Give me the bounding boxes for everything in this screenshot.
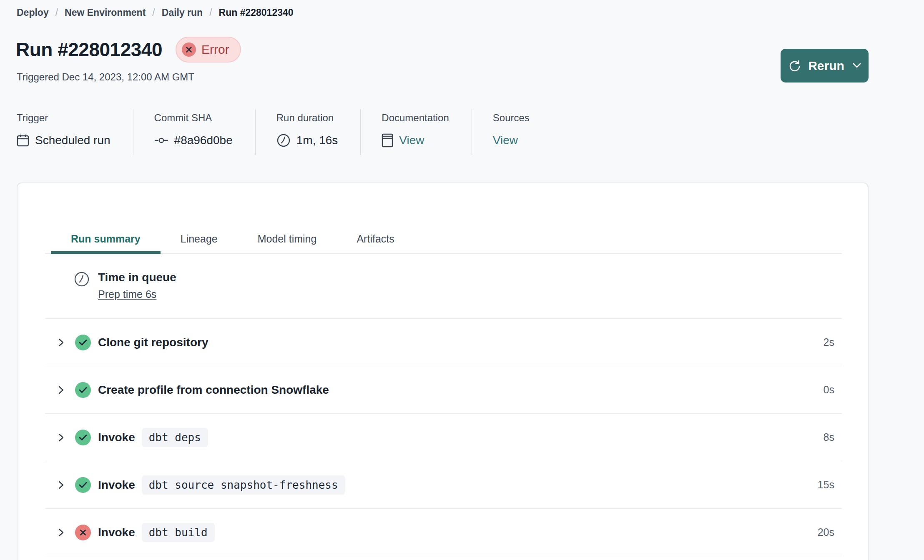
breadcrumb-deploy[interactable]: Deploy	[17, 7, 49, 18]
tab-run-summary[interactable]: Run summary	[51, 232, 161, 253]
meta-duration-value: 1m, 16s	[296, 132, 338, 148]
status-badge: Error	[176, 37, 241, 62]
docs-icon	[382, 133, 393, 148]
chevron-right-icon[interactable]	[56, 385, 65, 395]
page-title: Run #228012340	[16, 37, 162, 62]
step-duration: 20s	[818, 526, 834, 538]
rerun-button[interactable]: Rerun	[781, 49, 869, 82]
tab-artifacts[interactable]: Artifacts	[336, 232, 414, 253]
step-label: Invoke	[98, 478, 135, 492]
queue-title: Time in queue	[98, 270, 176, 285]
chevron-right-icon[interactable]	[56, 480, 65, 490]
meta-sources-label: Sources	[493, 112, 530, 124]
success-check-icon	[75, 430, 91, 445]
meta-duration-label: Run duration	[276, 112, 338, 124]
refresh-icon	[788, 59, 801, 72]
step-duration: 8s	[824, 431, 834, 443]
chevron-right-icon[interactable]	[56, 527, 65, 538]
clock-icon	[74, 271, 90, 318]
step-invoke-dbt-deps[interactable]: Invoke dbt deps 8s	[45, 414, 842, 461]
step-label: Invoke	[98, 431, 135, 444]
breadcrumb-separator: /	[152, 7, 155, 18]
triggered-timestamp: Triggered Dec 14, 2023, 12:00 AM GMT	[17, 71, 907, 83]
run-detail-page: Deploy / New Environment / Daily run / R…	[0, 6, 924, 560]
step-clone-git-repository[interactable]: Clone git repository 2s	[45, 319, 842, 366]
success-check-icon	[75, 382, 91, 398]
breadcrumb-environment[interactable]: New Environment	[65, 7, 146, 18]
step-duration: 15s	[818, 479, 834, 491]
step-invoke-dbt-build[interactable]: Invoke dbt build 20s	[45, 509, 842, 556]
success-check-icon	[75, 335, 91, 350]
tab-model-timing[interactable]: Model timing	[238, 232, 337, 253]
time-in-queue-section: Time in queue Prep time 6s	[45, 254, 842, 319]
meta-commit-sha: Commit SHA #8a96d0be	[133, 109, 255, 155]
meta-commit-label: Commit SHA	[154, 112, 233, 124]
run-summary-card: Run summary Lineage Model timing Artifac…	[17, 182, 869, 560]
step-duration: 0s	[824, 384, 834, 396]
documentation-view-link[interactable]: View	[399, 132, 424, 148]
meta-documentation: Documentation View	[360, 109, 471, 155]
sources-view-link[interactable]: View	[493, 132, 518, 148]
prep-time-link[interactable]: Prep time 6s	[98, 288, 156, 300]
error-x-icon	[75, 525, 91, 540]
step-label: Create profile from connection Snowflake	[98, 383, 329, 397]
step-command-chip: dbt source snapshot-freshness	[142, 475, 345, 495]
step-duration: 2s	[824, 336, 834, 348]
header: Run #228012340 Error	[16, 37, 907, 62]
breadcrumb-current-run: Run #228012340	[219, 7, 294, 18]
tab-lineage[interactable]: Lineage	[161, 232, 238, 253]
meta-commit-value: #8a96d0be	[174, 132, 233, 148]
calendar-icon	[17, 134, 29, 147]
error-circle-icon	[182, 42, 196, 57]
breadcrumb-separator: /	[55, 7, 58, 18]
step-list: Clone git repository 2s Create profile f…	[45, 319, 842, 556]
step-command-chip: dbt build	[142, 523, 215, 542]
chevron-right-icon[interactable]	[56, 432, 65, 443]
status-badge-label: Error	[201, 42, 229, 57]
breadcrumb-separator: /	[209, 7, 212, 18]
meta-trigger-value: Scheduled run	[35, 132, 110, 148]
step-command-chip: dbt deps	[142, 428, 208, 447]
meta-run-duration: Run duration 1m, 16s	[255, 109, 361, 155]
breadcrumb: Deploy / New Environment / Daily run / R…	[17, 6, 907, 19]
step-create-profile[interactable]: Create profile from connection Snowflake…	[45, 366, 842, 414]
chevron-right-icon[interactable]	[56, 337, 65, 348]
commit-icon	[154, 137, 168, 144]
meta-trigger-label: Trigger	[17, 112, 110, 124]
rerun-button-label: Rerun	[808, 59, 844, 73]
chevron-down-icon	[853, 63, 861, 68]
meta-trigger: Trigger Scheduled run	[17, 109, 133, 155]
clock-icon	[276, 133, 291, 148]
success-check-icon	[75, 477, 91, 493]
step-invoke-dbt-source-freshness[interactable]: Invoke dbt source snapshot-freshness 15s	[45, 461, 842, 509]
step-label: Clone git repository	[98, 336, 208, 349]
meta-documentation-label: Documentation	[382, 112, 449, 124]
meta-sources: Sources View	[472, 109, 552, 155]
run-metadata: Trigger Scheduled run Commit SHA	[17, 109, 924, 155]
tab-bar: Run summary Lineage Model timing Artifac…	[45, 232, 842, 254]
breadcrumb-job[interactable]: Daily run	[162, 7, 203, 18]
step-label: Invoke	[98, 526, 135, 539]
